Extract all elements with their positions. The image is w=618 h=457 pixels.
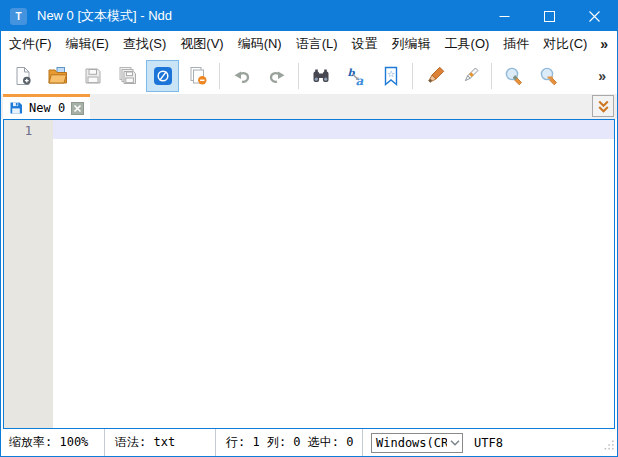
menu-item-edit[interactable]: 编辑(E) (59, 31, 116, 57)
text-mode-button[interactable] (146, 60, 179, 92)
window-controls (482, 1, 617, 31)
tab-list-button[interactable] (592, 95, 614, 117)
svg-text:☆: ☆ (386, 68, 394, 78)
undo-button[interactable] (225, 60, 258, 92)
redo-icon (267, 66, 287, 86)
toolbar-separator (219, 63, 220, 89)
app-icon-letter: T (15, 11, 21, 22)
close-icon (589, 11, 600, 22)
toolbar-overflow-chevron[interactable]: » (598, 68, 617, 84)
undo-icon (232, 66, 252, 86)
marker-button[interactable] (418, 60, 451, 92)
chevron-down-icon (447, 440, 462, 446)
save-all-icon (117, 66, 139, 86)
menu-item-view[interactable]: 视图(V) (173, 31, 230, 57)
save-all-button[interactable] (111, 60, 144, 92)
bookmark-button[interactable]: ☆ (374, 60, 407, 92)
clear-marker-icon (460, 66, 480, 86)
menu-item-encoding[interactable]: 编码(N) (231, 31, 289, 57)
status-syntax: 语法: txt (105, 429, 215, 456)
menubar: 文件(F) 编辑(E) 查找(S) 视图(V) 编码(N) 语言(L) 设置 列… (1, 31, 617, 57)
app-icon: T (10, 8, 27, 25)
close-document-icon (187, 66, 208, 86)
unsaved-floppy-icon (9, 101, 23, 115)
redo-button[interactable] (260, 60, 293, 92)
zoom-in-icon (503, 66, 524, 86)
menu-item-settings[interactable]: 设置 (345, 31, 385, 57)
zoom-in-button[interactable] (497, 60, 530, 92)
svg-text:a: a (355, 73, 363, 86)
app-window: T New 0 [文本模式] - Ndd 文件(F) 编辑(E) 查找(S) 视… (0, 0, 618, 457)
minimize-button[interactable] (482, 1, 527, 31)
menu-item-column-edit[interactable]: 列编辑 (385, 31, 438, 57)
minimize-icon (499, 11, 510, 22)
zoom-out-button[interactable] (532, 60, 565, 92)
replace-button[interactable]: b a (339, 60, 372, 92)
tabbar: New 0 (1, 94, 617, 119)
double-chevron-down-icon (596, 99, 611, 114)
new-file-button[interactable] (6, 60, 39, 92)
menu-item-language[interactable]: 语言(L) (289, 31, 345, 57)
save-icon (83, 66, 103, 86)
tab-label: New 0 (29, 101, 65, 115)
titlebar[interactable]: T New 0 [文本模式] - Ndd (1, 1, 617, 31)
save-button[interactable] (76, 60, 109, 92)
toolbar-separator (491, 63, 492, 89)
menu-item-tools[interactable]: 工具(O) (438, 31, 497, 57)
status-encoding: UTF8 (474, 429, 503, 456)
editor: 1 (3, 119, 615, 429)
text-mode-icon (153, 66, 173, 86)
replace-icon: b a (346, 66, 366, 86)
close-button[interactable] (572, 1, 617, 31)
find-button[interactable] (304, 60, 337, 92)
open-file-icon (47, 66, 68, 86)
line-ending-select[interactable]: Windows(CR LF (371, 433, 463, 453)
text-area[interactable] (53, 120, 614, 428)
menu-item-search[interactable]: 查找(S) (116, 31, 173, 57)
find-icon (311, 66, 331, 86)
window-title: New 0 [文本模式] - Ndd (37, 7, 172, 25)
menubar-overflow-chevron[interactable]: » (600, 36, 617, 52)
current-line-highlight (53, 120, 614, 139)
toolbar-separator (412, 63, 413, 89)
line-number-gutter: 1 (4, 120, 53, 428)
statusbar: 缩放率: 100% 语法: txt 行: 1 列: 0 选中: 0 Window… (1, 429, 617, 456)
toolbar-separator (298, 63, 299, 89)
status-zoom: 缩放率: 100% (1, 429, 104, 456)
maximize-icon (544, 11, 555, 22)
menu-item-file[interactable]: 文件(F) (2, 31, 59, 57)
clear-marker-button[interactable] (453, 60, 486, 92)
status-caret-position: 行: 1 列: 0 选中: 0 (216, 429, 362, 456)
tab-new-0[interactable]: New 0 (3, 94, 90, 119)
open-file-button[interactable] (41, 60, 74, 92)
resize-grip[interactable] (604, 439, 614, 453)
statusbar-separator (362, 429, 363, 456)
menu-item-compare[interactable]: 对比(C) (536, 31, 594, 57)
menu-item-plugins[interactable]: 插件 (496, 31, 536, 57)
bookmark-icon: ☆ (383, 66, 399, 86)
new-file-icon (13, 66, 33, 86)
toolbar: b a ☆ (1, 57, 617, 94)
tab-close-icon[interactable] (71, 102, 84, 115)
maximize-button[interactable] (527, 1, 572, 31)
zoom-out-icon (538, 66, 559, 86)
line-ending-value: Windows(CR LF (372, 436, 447, 450)
line-number: 1 (4, 121, 53, 140)
close-document-button[interactable] (181, 60, 214, 92)
marker-icon (425, 66, 445, 86)
